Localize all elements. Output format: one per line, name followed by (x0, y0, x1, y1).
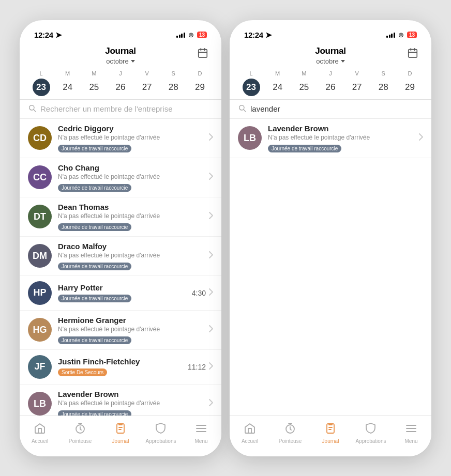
svg-rect-13 (409, 49, 417, 57)
employee-info: Cho ChangN'a pas effectué le pointage d'… (58, 163, 209, 192)
day-number: 26 (322, 79, 339, 96)
nav-item-menu[interactable]: Menu (181, 420, 221, 446)
calendar-button[interactable] (404, 45, 421, 62)
app-header: Journal octobre (230, 43, 431, 65)
day-column[interactable]: L 23 (242, 70, 261, 96)
nav-icon-journal (324, 422, 337, 437)
employee-right-section (209, 212, 213, 221)
nav-icon-accueil (34, 422, 46, 437)
status-time: 12:24 ➤ (244, 30, 272, 40)
nav-label-journal: Journal (322, 438, 339, 444)
chevron-right-icon (209, 251, 213, 260)
nav-item-pointeuse[interactable]: Pointeuse (60, 420, 100, 446)
day-column[interactable]: J 26 (111, 70, 130, 96)
calendar-button[interactable] (194, 45, 211, 62)
employee-item[interactable]: CCCho ChangN'a pas effectué le pointage … (20, 158, 221, 197)
nav-icon-approbations (155, 422, 167, 437)
day-column[interactable]: D 29 (190, 70, 209, 96)
subtitle-month: octobre (106, 57, 128, 65)
nav-item-journal[interactable]: Journal (100, 420, 141, 446)
day-letter: V (355, 70, 358, 76)
chevron-right-icon (209, 212, 213, 221)
employee-item[interactable]: DTDean ThomasN'a pas effectué le pointag… (20, 197, 221, 237)
avatar: HG (28, 318, 52, 342)
day-letter: J (329, 70, 332, 76)
day-column[interactable]: J 26 (321, 70, 340, 96)
employee-right-section (209, 133, 213, 143)
employee-name: Hermione Granger (58, 316, 209, 325)
employee-status: N'a pas effectué le pointage d'arrivée (58, 134, 209, 141)
nav-item-menu[interactable]: Menu (391, 420, 431, 446)
employee-right-section (209, 325, 213, 334)
nav-item-approbations[interactable]: Approbations (141, 420, 181, 446)
employee-info: Cedric DiggoryN'a pas effectué le pointa… (58, 124, 209, 152)
day-letter: D (408, 70, 412, 76)
avatar: CD (28, 126, 52, 150)
nav-item-accueil[interactable]: Accueil (230, 420, 270, 446)
employee-info: Justin Finch-FletchleySortie De Secours (58, 357, 188, 376)
nav-icon-menu (405, 422, 417, 437)
day-column[interactable]: M 25 (85, 70, 103, 96)
bottom-nav: AccueilPointeuseJournalApprobationsMenu (20, 416, 221, 456)
search-input[interactable] (40, 104, 213, 113)
employee-item[interactable]: JFJustin Finch-FletchleySortie De Secour… (20, 350, 221, 385)
avatar: HP (28, 281, 52, 305)
nav-item-pointeuse[interactable]: Pointeuse (270, 420, 310, 446)
chevron-right-icon (209, 362, 213, 372)
avatar: LB (238, 126, 262, 150)
nav-label-accueil: Accueil (242, 438, 258, 444)
day-column[interactable]: M 24 (268, 70, 287, 96)
employee-time: 4:30 (192, 289, 206, 297)
app-subtitle[interactable]: octobre (30, 57, 211, 65)
employee-name: Cho Chang (58, 163, 209, 172)
calendar-icon (197, 48, 208, 59)
day-column[interactable]: D 29 (400, 70, 419, 96)
week-calendar: L 23 M 24 M 25 J 26 V 27 S 28 D 29 (230, 65, 431, 100)
avatar: DM (28, 244, 52, 268)
day-column[interactable]: V 27 (348, 70, 366, 96)
employee-status: N'a pas effectué le pointage d'arrivée (268, 134, 419, 141)
day-column[interactable]: S 28 (164, 70, 183, 96)
employee-badge: Journée de travail raccourcie (58, 184, 131, 192)
nav-icon-journal (114, 422, 127, 437)
phones-container: 12:24 ➤ ⊜ 13 Journal octobre (9, 10, 442, 467)
employee-item[interactable]: HGHermione GrangerN'a pas effectué le po… (20, 311, 221, 350)
employee-item[interactable]: HPHarry PotterJournée de travail raccour… (20, 276, 221, 311)
employee-info: Dean ThomasN'a pas effectué le pointage … (58, 203, 209, 231)
battery-badge: 13 (197, 32, 207, 38)
day-number: 29 (401, 79, 418, 96)
day-letter: J (119, 70, 122, 76)
nav-icon-pointeuse (284, 422, 296, 437)
day-number: 25 (85, 79, 103, 96)
day-letter: L (40, 70, 43, 76)
employee-list: LBLavender BrownN'a pas effectué le poin… (230, 119, 431, 416)
day-column[interactable]: M 24 (58, 70, 77, 96)
employee-item[interactable]: LBLavender BrownN'a pas effectué le poin… (20, 385, 221, 416)
nav-item-journal[interactable]: Journal (310, 420, 351, 446)
search-bar (20, 100, 221, 119)
employee-item[interactable]: CDCedric DiggoryN'a pas effectué le poin… (20, 119, 221, 158)
employee-item[interactable]: DMDraco MalfoyN'a pas effectué le pointa… (20, 237, 221, 276)
nav-item-accueil[interactable]: Accueil (20, 420, 60, 446)
nav-label-pointeuse: Pointeuse (279, 438, 302, 444)
day-column[interactable]: V 27 (138, 70, 156, 96)
day-number: 23 (243, 79, 260, 96)
day-letter: M (65, 70, 70, 76)
avatar: LB (28, 392, 52, 416)
nav-icon-accueil (244, 422, 256, 437)
day-letter: M (275, 70, 280, 76)
employee-item[interactable]: LBLavender BrownN'a pas effectué le poin… (230, 119, 431, 158)
day-column[interactable]: S 28 (374, 70, 393, 96)
day-number: 26 (112, 79, 129, 96)
day-number: 23 (33, 79, 50, 96)
app-subtitle[interactable]: octobre (240, 57, 421, 65)
signal-bars-icon (176, 32, 185, 38)
day-column[interactable]: M 25 (295, 70, 313, 96)
search-icon (28, 104, 36, 114)
day-column[interactable]: L 23 (32, 70, 51, 96)
employee-badge: Journée de travail raccourcie (58, 145, 131, 152)
day-number: 27 (138, 79, 156, 96)
nav-item-approbations[interactable]: Approbations (351, 420, 391, 446)
nav-label-journal: Journal (112, 438, 129, 444)
search-input[interactable] (250, 104, 423, 113)
